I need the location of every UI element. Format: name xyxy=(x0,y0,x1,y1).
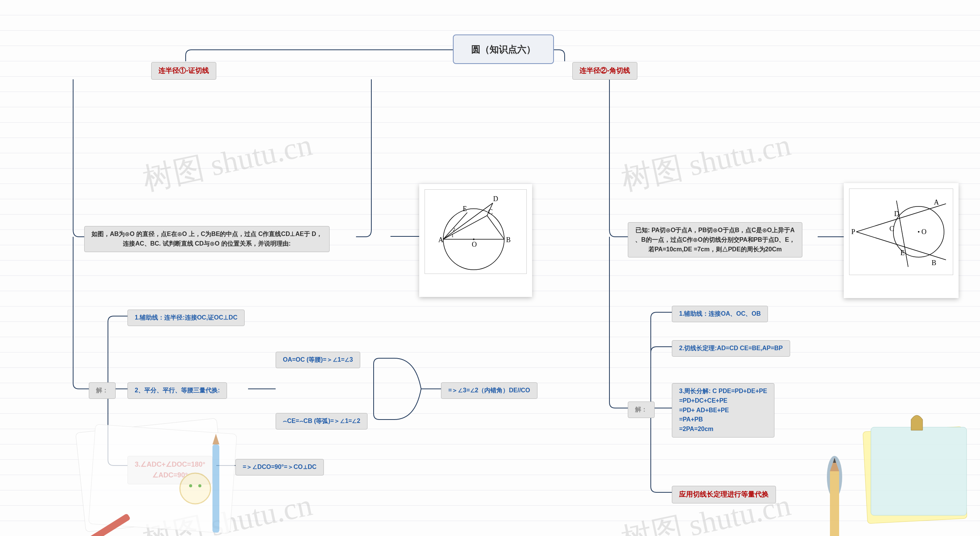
right-conclusion-text: 应用切线长定理进行等量代换 xyxy=(679,490,769,498)
right-step3-text: 3.周长分解: C PDE=PD+DE+PE =PD+DC+CE+PE =PD+… xyxy=(679,388,767,432)
svg-text:A: A xyxy=(438,236,443,244)
right-figure: P A B D E C O xyxy=(849,189,953,275)
svg-marker-40 xyxy=(830,458,839,471)
svg-text:E: E xyxy=(463,205,467,213)
left-solve-label[interactable]: 解： xyxy=(89,382,116,399)
left-step1[interactable]: 1.辅助线：连半径:连接OC,证OC⊥DC xyxy=(127,310,245,326)
svg-rect-39 xyxy=(830,471,839,536)
right-step2-text: 2.切线长定理:AD=CD CE=BE,AP=BP xyxy=(679,345,783,351)
watermark: 树图 shutu.cn xyxy=(139,485,316,536)
svg-rect-33 xyxy=(212,444,219,533)
root-node[interactable]: 圆（知识点六） xyxy=(453,34,554,64)
watermark: 树图 shutu.cn xyxy=(618,125,795,201)
left-step3-text: 3.∠ADC+∠DOC=180° ∠ADC=90° xyxy=(135,461,205,479)
left-figure: A B C D E O 1 2 xyxy=(425,189,527,274)
right-step3[interactable]: 3.周长分解: C PDE=PD+DE+PE =PD+DC+CE+PE =PD+… xyxy=(672,383,774,438)
left-problem[interactable]: 如图，AB为⊙O 的直径，点E在⊙O 上，C为BE的中点，过点 C作直线CD⊥A… xyxy=(84,226,330,252)
svg-text:C: C xyxy=(488,208,493,216)
left-solve-text: 解： xyxy=(96,387,108,393)
svg-line-3 xyxy=(443,216,487,239)
right-step1[interactable]: 1.辅助线：连接OA、OC、OB xyxy=(672,306,768,322)
branch-right-label: 连半径②-角切线 xyxy=(580,67,630,74)
right-solve-label[interactable]: 解： xyxy=(628,402,655,418)
svg-rect-37 xyxy=(871,427,967,515)
left-step2[interactable]: 2、平分、平行、等腰三量代换: xyxy=(127,382,227,399)
left-step3[interactable]: 3.∠ADC+∠DOC=180° ∠ADC=90° xyxy=(127,456,212,484)
right-problem-text: 已知: PA切⊙O于点A，PB切⊙O于点B，点C是⊙O上异于A 、B的一点，过点… xyxy=(635,227,795,252)
right-figure-frame: P A B D E C O xyxy=(844,183,959,298)
svg-line-2 xyxy=(443,203,493,239)
watermark: 树图 shutu.cn xyxy=(139,125,316,201)
svg-marker-41 xyxy=(833,458,836,463)
left-step3r-text: =＞∠DCO=90°=＞CO⊥DC xyxy=(243,464,317,470)
right-problem[interactable]: 已知: PA切⊙O于点A，PB切⊙O于点B，点C是⊙O上异于A 、B的一点，过点… xyxy=(628,222,802,257)
right-solve-text: 解： xyxy=(635,406,647,413)
svg-text:B: B xyxy=(506,236,511,244)
svg-text:O: O xyxy=(472,241,477,248)
svg-point-20 xyxy=(918,231,920,233)
svg-text:D: D xyxy=(894,210,899,218)
branch-left-label: 连半径①-证切线 xyxy=(158,67,209,74)
svg-rect-35 xyxy=(57,513,131,536)
right-conclusion[interactable]: 应用切线长定理进行等量代换 xyxy=(672,486,776,503)
left-step2a[interactable]: OA=OC (等腰)=＞∠1=∠3 xyxy=(276,352,360,368)
svg-text:1: 1 xyxy=(451,233,454,238)
svg-text:E: E xyxy=(900,249,905,257)
left-step2b[interactable]: ⌢CE=⌢CB (等弧)=＞∠1=∠2 xyxy=(276,413,368,429)
svg-marker-34 xyxy=(212,434,219,444)
svg-text:O: O xyxy=(921,228,926,236)
left-geom-svg: A B C D E O 1 2 xyxy=(425,190,526,274)
mindmap-canvas: 圆（知识点六） 连半径①-证切线 连半径②-角切线 如图，AB为⊙O 的直径，点… xyxy=(0,0,980,536)
svg-text:A: A xyxy=(934,198,939,206)
left-step3r[interactable]: =＞∠DCO=90°=＞CO⊥DC xyxy=(235,459,324,475)
left-step2c[interactable]: =＞∠3=∠2（内错角）DE//CO xyxy=(441,382,537,399)
left-step2-text: 2、平分、平行、等腰三量代换: xyxy=(135,387,220,393)
left-problem-text: 如图，AB为⊙O 的直径，点E在⊙O 上，C为BE的中点，过点 C作直线CD⊥A… xyxy=(91,231,322,247)
right-step2[interactable]: 2.切线长定理:AD=CD CE=BE,AP=BP xyxy=(672,340,790,357)
left-step2a-text: OA=OC (等腰)=＞∠1=∠3 xyxy=(283,356,353,363)
branch-left-title[interactable]: 连半径①-证切线 xyxy=(151,62,216,80)
svg-point-31 xyxy=(189,484,192,487)
branch-right-title[interactable]: 连半径②-角切线 xyxy=(572,62,637,80)
left-figure-frame: A B C D E O 1 2 xyxy=(419,184,532,297)
svg-rect-36 xyxy=(863,426,967,523)
svg-text:D: D xyxy=(493,195,498,203)
svg-text:2: 2 xyxy=(453,226,455,232)
right-step1-text: 1.辅助线：连接OA、OC、OB xyxy=(679,310,761,317)
left-step2b-text: ⌢CE=⌢CB (等弧)=＞∠1=∠2 xyxy=(283,418,360,424)
root-title: 圆（知识点六） xyxy=(471,44,536,54)
right-geom-svg: P A B D E C O xyxy=(849,189,953,275)
left-step1-text: 1.辅助线：连半径:连接OC,证OC⊥DC xyxy=(135,314,237,321)
svg-text:P: P xyxy=(851,228,855,236)
svg-point-38 xyxy=(827,456,842,498)
svg-text:C: C xyxy=(889,225,894,233)
svg-point-32 xyxy=(198,484,201,487)
svg-text:B: B xyxy=(931,259,936,267)
svg-point-7 xyxy=(473,238,475,240)
deco-stationery-right xyxy=(785,406,980,536)
left-step2c-text: =＞∠3=∠2（内错角）DE//CO xyxy=(448,387,530,393)
